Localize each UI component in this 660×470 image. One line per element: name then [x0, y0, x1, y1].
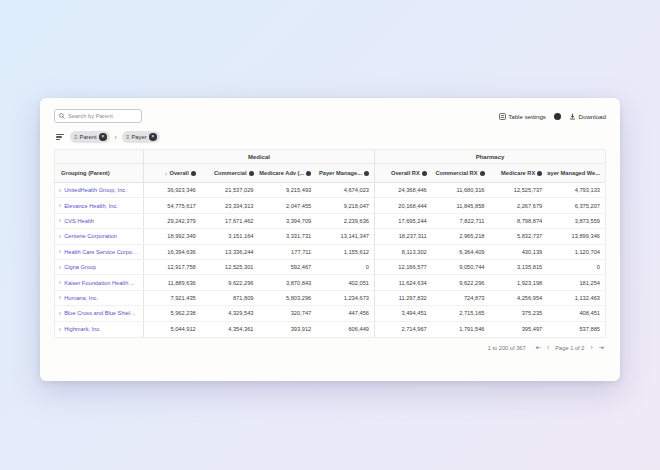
- drag-handle-icon[interactable]: ≡: [74, 134, 77, 140]
- row-expander-icon[interactable]: ›: [59, 279, 61, 286]
- row-expander-icon[interactable]: ›: [59, 310, 61, 317]
- table-row: ›Cigna Group12,917,75812,525,301592,4670…: [55, 260, 605, 275]
- value-cell: 2,714,967: [374, 322, 432, 337]
- drag-handle-icon[interactable]: ≡: [126, 134, 129, 140]
- row-expander-icon[interactable]: ›: [59, 217, 61, 224]
- value-cell: 13,899,346: [547, 229, 605, 243]
- column-menu-icon[interactable]: [364, 171, 369, 176]
- value-cell: 1,923,198: [490, 275, 548, 289]
- table-body: ›UnitedHealth Group, Inc.36,923,34621,53…: [55, 183, 605, 337]
- parent-company-link[interactable]: Elevance Health, Inc.: [64, 203, 118, 209]
- table-settings-button[interactable]: Table settings: [499, 113, 546, 120]
- column-menu-icon[interactable]: [306, 171, 311, 176]
- parent-company-link[interactable]: Humana, Inc.: [64, 295, 98, 301]
- column-header-medicare-rx[interactable]: Medicare RX: [490, 164, 548, 182]
- chip-parent-close-icon[interactable]: ×: [99, 133, 107, 141]
- value-cell: 3,873,559: [547, 214, 605, 228]
- value-cell: 430,139: [490, 245, 548, 259]
- parent-company-link[interactable]: UnitedHealth Group, Inc.: [64, 187, 127, 193]
- column-header-payer-managed[interactable]: Payer Manage...: [316, 164, 374, 182]
- value-cell: 1,234,673: [316, 291, 374, 305]
- pagination: ⇤ ‹ Page 1 of 2 › ⇥: [536, 344, 604, 352]
- table-row: ›Humana, Inc.7,921,435871,8095,803,2961,…: [55, 291, 605, 306]
- column-menu-icon[interactable]: [537, 171, 542, 176]
- value-cell: 5,832,737: [490, 229, 548, 243]
- chip-payer-close-icon[interactable]: ×: [149, 133, 157, 141]
- value-cell: 11,680,316: [432, 183, 490, 197]
- value-cell: 9,622,296: [201, 275, 259, 289]
- column-menu-icon[interactable]: [191, 171, 196, 176]
- row-expander-icon[interactable]: ›: [59, 294, 61, 301]
- value-cell: 447,456: [316, 306, 374, 320]
- parent-company-link[interactable]: Centene Corporation: [64, 233, 117, 239]
- row-expander-icon[interactable]: ›: [59, 264, 61, 271]
- column-menu-icon[interactable]: [480, 171, 485, 176]
- table-row: ›Highmark, Inc.5,044,9124,354,361393,912…: [55, 322, 605, 337]
- value-cell: 181,254: [547, 275, 605, 289]
- chip-payer[interactable]: ≡ Payer ×: [122, 131, 160, 143]
- value-cell: 24,368,446: [374, 183, 432, 197]
- value-cell: 8,798,874: [490, 214, 548, 228]
- column-header-commercial-rx[interactable]: Commercial RX: [432, 164, 490, 182]
- column-header-overall[interactable]: ↓ Overall: [143, 164, 201, 182]
- value-cell: 393,912: [259, 322, 317, 337]
- column-menu-icon[interactable]: [249, 171, 254, 176]
- search-icon: [59, 113, 65, 119]
- parent-company-link[interactable]: Kaiser Foundation Health ...: [64, 280, 135, 286]
- parent-company-link[interactable]: Health Care Service Corpor...: [64, 249, 138, 255]
- column-header-commercial[interactable]: Commercial: [201, 164, 259, 182]
- row-expander-icon[interactable]: ›: [59, 202, 61, 209]
- row-expander-icon[interactable]: ›: [59, 187, 61, 194]
- chip-parent-label: Parent: [80, 134, 97, 140]
- column-header-row: Grouping (Parent) ↓ Overall Commercial M…: [55, 164, 605, 183]
- value-cell: 8,113,302: [374, 245, 432, 259]
- column-header-medicare-adv[interactable]: Medicare Adv (...: [259, 164, 317, 182]
- table-settings-label: Table settings: [508, 113, 546, 120]
- value-cell: 16,394,636: [143, 245, 201, 259]
- group-header-medical: Medical: [143, 150, 374, 164]
- value-cell: 20,168,444: [374, 198, 432, 212]
- download-button[interactable]: Download: [569, 113, 606, 120]
- value-cell: 177,711: [259, 245, 317, 259]
- value-cell: 724,873: [432, 291, 490, 305]
- grouping-chip-row: ≡ Parent × › ≡ Payer ×: [56, 131, 606, 143]
- value-cell: 4,256,954: [490, 291, 548, 305]
- row-groups-icon: [56, 134, 64, 140]
- last-page-icon[interactable]: ⇥: [599, 344, 604, 352]
- value-cell: 12,525,301: [201, 260, 259, 274]
- first-page-icon[interactable]: ⇤: [536, 344, 541, 352]
- app-card: Table settings Download ≡ Parent × › ≡ P…: [40, 98, 620, 381]
- column-header-payer-managed-rx[interactable]: Payer Managed We...: [547, 164, 605, 182]
- table-row: ›Centene Corporation18,992,3493,151,1643…: [55, 229, 605, 244]
- row-name-cell: ›Cigna Group: [55, 260, 143, 274]
- row-name-cell: ›CVS Health: [55, 214, 143, 228]
- value-cell: 2,239,636: [316, 214, 374, 228]
- column-header-grouping[interactable]: Grouping (Parent): [55, 164, 143, 182]
- chip-parent[interactable]: ≡ Parent ×: [70, 131, 110, 143]
- row-name-cell: ›Centene Corporation: [55, 229, 143, 243]
- value-cell: 5,803,296: [259, 291, 317, 305]
- value-cell: 4,674,023: [316, 183, 374, 197]
- row-expander-icon[interactable]: ›: [59, 248, 61, 255]
- column-header-overall-rx[interactable]: Overall RX: [374, 164, 432, 182]
- value-cell: 4,354,361: [201, 322, 259, 337]
- value-cell: 2,267,679: [490, 198, 548, 212]
- prev-page-icon[interactable]: ‹: [547, 344, 549, 351]
- next-page-icon[interactable]: ›: [590, 344, 592, 351]
- column-menu-icon[interactable]: [422, 171, 427, 176]
- value-cell: 54,775,617: [143, 198, 201, 212]
- search-input[interactable]: [68, 113, 137, 119]
- parent-company-link[interactable]: Cigna Group: [64, 264, 96, 270]
- parent-company-link[interactable]: Highmark, Inc.: [64, 326, 101, 332]
- search-box[interactable]: [54, 109, 142, 123]
- parent-company-link[interactable]: Blue Cross and Blue Shield ...: [64, 310, 138, 316]
- value-cell: 3,135,815: [490, 260, 548, 274]
- settings-badge-icon[interactable]: [554, 113, 561, 120]
- row-expander-icon[interactable]: ›: [59, 233, 61, 240]
- value-cell: 375,235: [490, 306, 548, 320]
- value-cell: 0: [316, 260, 374, 274]
- parent-company-link[interactable]: CVS Health: [64, 218, 94, 224]
- value-cell: 1,155,612: [316, 245, 374, 259]
- row-name-cell: ›Elevance Health, Inc.: [55, 198, 143, 212]
- row-expander-icon[interactable]: ›: [59, 326, 61, 333]
